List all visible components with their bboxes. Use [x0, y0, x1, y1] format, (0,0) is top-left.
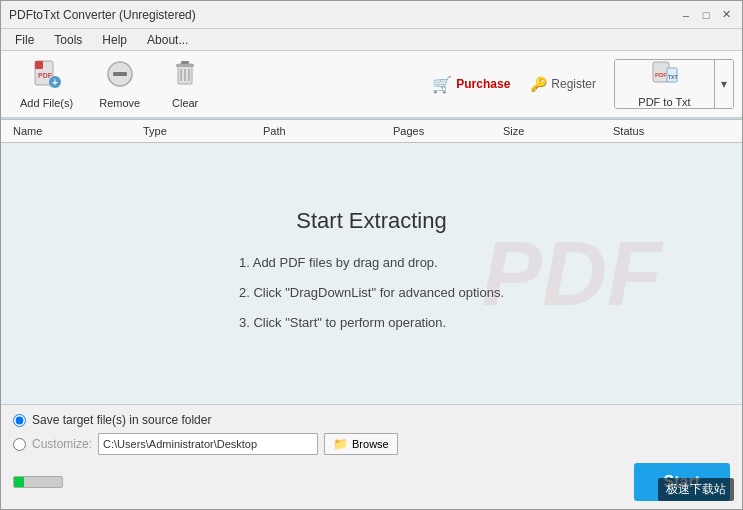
svg-text:TXT: TXT: [668, 74, 677, 80]
col-header-type: Type: [135, 125, 255, 137]
minimize-button[interactable]: –: [678, 7, 694, 23]
svg-rect-9: [181, 61, 189, 64]
purchase-label: Purchase: [456, 77, 510, 91]
convert-icon: PDF TXT: [651, 60, 679, 94]
title-text: PDFtoTxt Converter (Unregistered): [9, 8, 196, 22]
convert-button-group: PDF TXT PDF to Txt ▾: [614, 59, 734, 109]
close-button[interactable]: ✕: [718, 7, 734, 23]
instructions-list: 1. Add PDF files by drag and drop. 2. Cl…: [239, 250, 504, 340]
customize-radio[interactable]: [13, 438, 26, 451]
remove-button[interactable]: Remove: [88, 56, 151, 112]
menu-bar: File Tools Help About...: [1, 29, 742, 51]
instructions-title: Start Extracting: [296, 208, 446, 234]
col-header-pages: Pages: [385, 125, 495, 137]
save-source-label: Save target file(s) in source folder: [32, 413, 211, 427]
purchase-button[interactable]: 🛒 Purchase: [422, 71, 520, 98]
customize-row: Customize: 📁 Browse: [13, 433, 730, 455]
progress-bar: [14, 477, 24, 487]
bottom-panel: Save target file(s) in source folder Cus…: [1, 404, 742, 509]
col-header-name: Name: [5, 125, 135, 137]
svg-text:PDF: PDF: [38, 72, 53, 79]
maximize-button[interactable]: □: [698, 7, 714, 23]
svg-text:PDF: PDF: [655, 72, 667, 78]
convert-main-button[interactable]: PDF TXT PDF to Txt: [615, 60, 715, 108]
col-header-size: Size: [495, 125, 605, 137]
add-files-icon: PDF +: [32, 59, 62, 95]
col-header-status: Status: [605, 125, 715, 137]
add-files-label: Add File(s): [20, 97, 73, 109]
convert-dropdown-button[interactable]: ▾: [715, 60, 733, 108]
svg-text:+: +: [52, 77, 58, 88]
title-bar: PDFtoTxt Converter (Unregistered) – □ ✕: [1, 1, 742, 29]
dropdown-arrow-icon: ▾: [721, 77, 727, 91]
clear-label: Clear: [172, 97, 198, 109]
column-headers: Name Type Path Pages Size Status: [1, 119, 742, 143]
progress-bar-container: [13, 476, 63, 488]
register-button[interactable]: 🔑 Register: [520, 72, 606, 96]
menu-help[interactable]: Help: [92, 31, 137, 49]
browse-icon: 📁: [333, 437, 348, 451]
register-icon: 🔑: [530, 76, 547, 92]
add-files-button[interactable]: PDF + Add File(s): [9, 56, 84, 112]
instruction-step-2: 2. Click "DragDownList" for advanced opt…: [239, 280, 504, 306]
browse-label: Browse: [352, 438, 389, 450]
customize-label: Customize:: [32, 437, 92, 451]
svg-rect-8: [176, 64, 194, 67]
svg-rect-6: [113, 72, 127, 76]
toolbar-right: 🛒 Purchase 🔑 Register PDF TXT: [422, 59, 734, 109]
bottom-row: Start: [13, 463, 730, 501]
save-source-row: Save target file(s) in source folder: [13, 413, 730, 427]
toolbar: PDF + Add File(s) Remove: [1, 51, 742, 119]
instruction-step-3: 3. Click "Start" to perform operation.: [239, 310, 504, 336]
register-label: Register: [551, 77, 596, 91]
svg-rect-1: [35, 61, 43, 69]
col-header-path: Path: [255, 125, 385, 137]
browse-button[interactable]: 📁 Browse: [324, 433, 398, 455]
remove-label: Remove: [99, 97, 140, 109]
clear-icon: [170, 59, 200, 95]
main-content: PDF Start Extracting 1. Add PDF files by…: [1, 143, 742, 404]
remove-icon: [105, 59, 135, 95]
menu-tools[interactable]: Tools: [44, 31, 92, 49]
save-source-radio[interactable]: [13, 414, 26, 427]
site-watermark: 极速下载站: [658, 478, 734, 501]
purchase-icon: 🛒: [432, 75, 452, 94]
instruction-step-1: 1. Add PDF files by drag and drop.: [239, 250, 504, 276]
pdf-watermark-icon: PDF: [482, 222, 662, 325]
app-window: PDFtoTxt Converter (Unregistered) – □ ✕ …: [0, 0, 743, 510]
path-input[interactable]: [98, 433, 318, 455]
convert-label: PDF to Txt: [638, 96, 690, 108]
window-controls: – □ ✕: [678, 7, 734, 23]
clear-button[interactable]: Clear: [155, 56, 215, 112]
menu-file[interactable]: File: [5, 31, 44, 49]
menu-about[interactable]: About...: [137, 31, 198, 49]
